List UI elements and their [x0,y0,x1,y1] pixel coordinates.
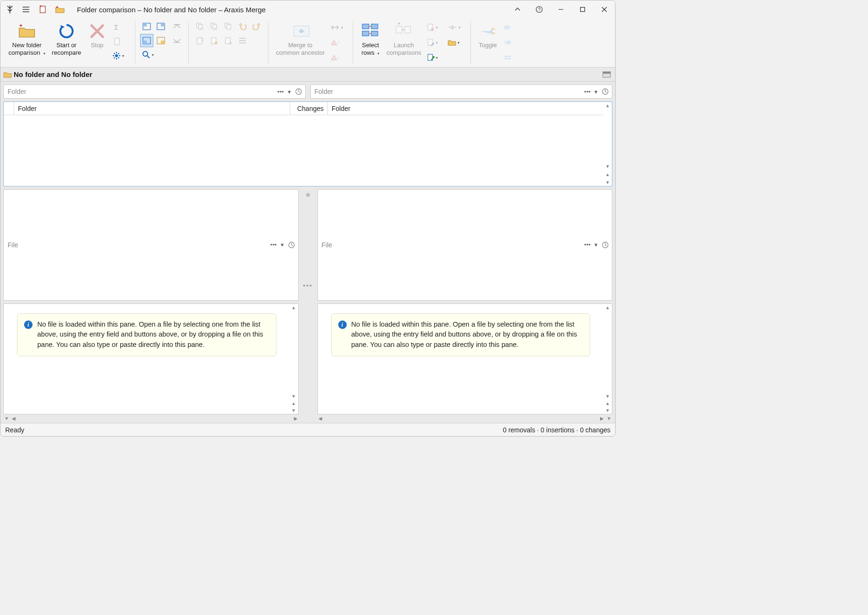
close-button[interactable] [593,0,615,18]
scroll-up-icon[interactable]: ▲ [605,103,610,108]
start-recompare-label: Start or recompare [52,42,81,56]
dropdown-icon[interactable]: ▾ [593,240,599,249]
svg-rect-8 [143,23,147,26]
svg-rect-33 [396,26,402,33]
open-folder-icon[interactable]: ▾ [446,36,466,49]
layout-top-left-button[interactable] [140,20,153,33]
scroll-down-icon[interactable]: ▼ [605,394,610,399]
redo-icon [250,20,263,33]
scroll-down-icon[interactable]: ▼ [605,164,610,169]
svg-rect-28 [294,26,309,36]
svg-rect-29 [362,24,369,29]
right-file-input[interactable] [322,241,584,249]
history-icon[interactable] [601,240,610,250]
maximize-button[interactable] [572,0,593,18]
layout-top-right-button[interactable] [154,20,167,33]
jump-top-icon[interactable]: ▲ [605,401,610,406]
sum-icon: Σ [110,21,124,34]
scroll-right-icon[interactable]: ▶ [294,416,298,421]
start-recompare-button[interactable]: Start or recompare [49,19,84,66]
hamburger-menu-button[interactable] [20,4,32,15]
svg-rect-31 [362,31,369,36]
link-ellipsis-icon[interactable]: ••• [303,282,313,289]
jump-top-icon[interactable]: ▲ [292,401,296,406]
svg-rect-5 [115,38,119,45]
dropdown-icon[interactable]: ▾ [593,87,599,96]
left-file-input[interactable] [8,241,269,249]
scroll-right-icon[interactable]: ▶ [600,416,604,421]
app-window: Folder comparison – No folder and No fol… [0,0,616,437]
right-folder-path-field[interactable]: ••• ▾ [310,84,613,99]
doc-delete-icon: ▾ [425,21,445,34]
copy-2-icon: 2 [208,20,221,33]
layout-bottom-left-button[interactable] [140,34,153,47]
svg-rect-23 [227,25,231,29]
scroll-left-icon[interactable]: ◀ [12,416,16,421]
pane-mode-button[interactable] [600,68,613,81]
svg-rect-16 [197,23,200,28]
jump-bottom-icon[interactable]: ▼ [4,416,9,421]
right-folder-input[interactable] [315,88,584,95]
swap-icon: ▾ [328,21,348,34]
folder-comparison-grid[interactable]: Folder Changes Folder ▲ ▼ ▲ ▼ [3,101,612,186]
info-message-text: No file is loaded within this pane. Open… [37,320,269,350]
settings-button[interactable]: ▾ [110,49,130,62]
svg-rect-24 [197,38,202,44]
history-icon[interactable] [287,240,296,250]
scroll-down-icon[interactable]: ▼ [292,394,296,399]
left-folder-input[interactable] [8,88,276,95]
jump-bottom-icon[interactable]: ▼ [605,180,610,185]
jump-bottom-icon[interactable]: ▼ [607,416,611,421]
select-rows-button[interactable]: Select rows ▾ [358,19,383,66]
link-strip: ••• [299,189,317,422]
browse-icon[interactable]: ••• [583,87,592,96]
scroll-left-icon[interactable]: ◀ [318,416,322,421]
scroll-up-icon[interactable]: ▲ [605,305,610,310]
status-bar: Ready 0 removals · 0 insertions · 0 chan… [0,423,615,436]
grid-icon-column[interactable] [4,102,14,115]
ribbon-collapse-button[interactable] [507,0,528,18]
copy-3-icon [222,20,235,33]
right-file-path-field[interactable]: ••• ▾ [317,189,613,301]
grid-scroll-gutter: ▲ ▼ ▲ ▼ [603,102,612,186]
history-icon[interactable] [294,87,303,96]
right-pane-hscroll: ◀ ▶ ▼ [317,414,613,422]
dropdown-icon[interactable]: ▾ [280,240,285,249]
dropdown-icon[interactable]: ▾ [287,87,292,96]
left-folder-path-field[interactable]: ••• ▾ [3,84,306,99]
toggle-button: Toggle [475,19,501,66]
left-file-pane[interactable]: i No file is loaded within this pane. Op… [3,303,299,415]
jump-bottom-icon[interactable]: ▼ [292,408,296,413]
minimize-button[interactable] [550,0,572,18]
browse-icon[interactable]: ••• [269,240,278,249]
browse-icon[interactable]: ••• [276,87,285,96]
doc-warn-icon [208,34,221,47]
align-icon: ▾ [446,21,466,34]
jump-top-icon[interactable]: ▲ [605,172,610,177]
select-rows-label: Select rows [361,42,379,56]
scroll-up-icon[interactable]: ▲ [292,305,296,310]
right-file-pane[interactable]: i No file is loaded within this pane. Op… [317,303,613,415]
doc-launch-icon[interactable]: ▾ [425,51,445,64]
grid-col-folder-right[interactable]: Folder [328,102,603,115]
svg-rect-36 [428,39,433,45]
jump-bottom-icon[interactable]: ▼ [605,408,610,413]
comparison-title: No folder and No folder [14,70,92,78]
svg-text:2: 2 [214,27,216,30]
help-button[interactable]: ? [528,0,550,18]
browse-icon[interactable]: ••• [583,240,592,249]
grid-col-changes[interactable]: Changes [290,102,328,115]
new-folder-comparison-button[interactable]: New folder comparison ▾ [5,19,49,66]
new-file-comparison-icon[interactable] [37,4,49,15]
left-file-path-field[interactable]: ••• ▾ [3,189,299,301]
svg-point-15 [143,51,148,56]
doc-x-icon [222,34,235,47]
grid-col-folder-left[interactable]: Folder [14,102,290,115]
new-folder-comparison-icon[interactable] [54,4,66,15]
file-comparison-area: ••• ▾ i No file is loaded within this pa… [3,189,612,422]
history-icon[interactable] [601,87,610,96]
toggle-label: Toggle [479,42,497,49]
left-file-column: ••• ▾ i No file is loaded within this pa… [3,189,299,422]
search-button[interactable]: ▾ [140,48,160,61]
layout-bottom-right-button[interactable] [154,34,167,47]
